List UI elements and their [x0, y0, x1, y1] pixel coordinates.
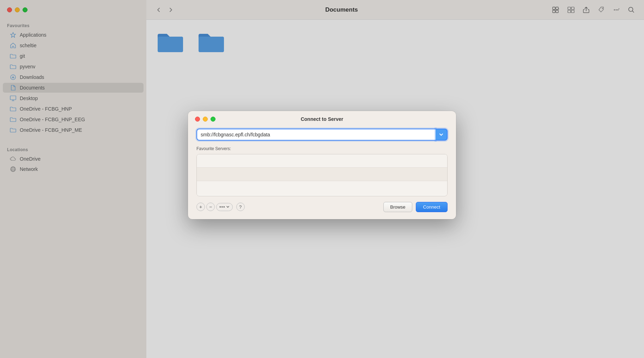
modal-overlay: Connect to Server Favourite Servers:: [0, 0, 644, 358]
ellipsis-icon: •••: [219, 204, 225, 210]
add-server-button[interactable]: +: [196, 203, 205, 211]
connect-to-server-dialog: Connect to Server Favourite Servers:: [188, 111, 456, 219]
remove-server-button[interactable]: −: [206, 203, 215, 211]
browse-button[interactable]: Browse: [383, 202, 412, 212]
dialog-footer-left: + − ••• ?: [196, 203, 245, 211]
dialog-body: Favourite Servers: + − •••: [188, 126, 456, 219]
connect-button[interactable]: Connect: [416, 202, 448, 212]
remove-icon: −: [209, 204, 212, 210]
server-address-row: [196, 129, 448, 141]
dialog-footer-right: Browse Connect: [383, 202, 448, 212]
dialog-traffic-lights: [195, 117, 215, 122]
favourite-servers-list: [196, 154, 448, 196]
dialog-title: Connect to Server: [301, 116, 344, 122]
server-options-button[interactable]: •••: [216, 203, 233, 211]
add-icon: +: [199, 204, 202, 210]
favourite-servers-label: Favourite Servers:: [196, 146, 448, 151]
server-address-dropdown[interactable]: [436, 129, 448, 141]
chevron-down-icon: [226, 205, 230, 209]
server-address-input[interactable]: [196, 129, 436, 141]
dialog-zoom-button[interactable]: [211, 117, 215, 122]
dialog-footer: + − ••• ? Browse: [196, 202, 448, 212]
dialog-close-button[interactable]: [195, 117, 200, 122]
help-button[interactable]: ?: [236, 203, 245, 211]
dialog-titlebar: Connect to Server: [188, 111, 456, 126]
question-mark-icon: ?: [239, 204, 242, 210]
dialog-minimize-button[interactable]: [203, 117, 208, 122]
